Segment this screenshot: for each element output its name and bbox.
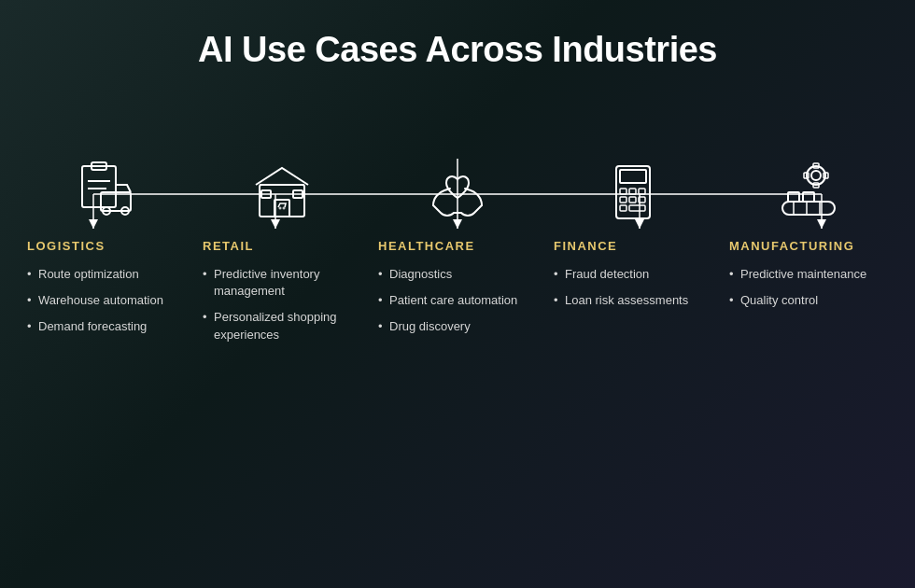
healthcare-item-2: Patient care automation (378, 292, 517, 309)
svg-marker-9 (453, 219, 462, 229)
finance-item-2: Loan risk assessments (554, 292, 688, 309)
healthcare-use-cases: Diagnostics Patient care automation Drug… (378, 266, 517, 345)
finance-use-cases: Fraud detection Loan risk assessments (554, 266, 688, 318)
healthcare-item-1: Diagnostics (378, 266, 517, 283)
svg-marker-11 (817, 219, 826, 229)
logistics-item-1: Route optimization (27, 266, 163, 283)
tree-diagram: LOGISTICS Route optimization Warehouse a… (0, 159, 915, 353)
svg-marker-10 (635, 219, 644, 229)
retail-use-cases: Predictive inventory management Personal… (203, 266, 361, 353)
healthcare-item-3: Drug discovery (378, 318, 517, 335)
manufacturing-item-1: Predictive maintenance (729, 266, 866, 283)
manufacturing-use-cases: Predictive maintenance Quality control (729, 266, 866, 318)
manufacturing-item-2: Quality control (729, 292, 866, 309)
svg-marker-8 (271, 219, 280, 229)
retail-item-2: Personalized shopping experiences (203, 309, 361, 343)
finance-item-1: Fraud detection (554, 266, 688, 283)
logistics-use-cases: Route optimization Warehouse automation … (27, 266, 163, 345)
logistics-item-2: Warehouse automation (27, 292, 163, 309)
svg-marker-7 (89, 219, 98, 229)
page-title: AI Use Cases Across Industries (0, 0, 915, 70)
retail-item-1: Predictive inventory management (203, 266, 361, 300)
logistics-item-3: Demand forecasting (27, 318, 163, 335)
